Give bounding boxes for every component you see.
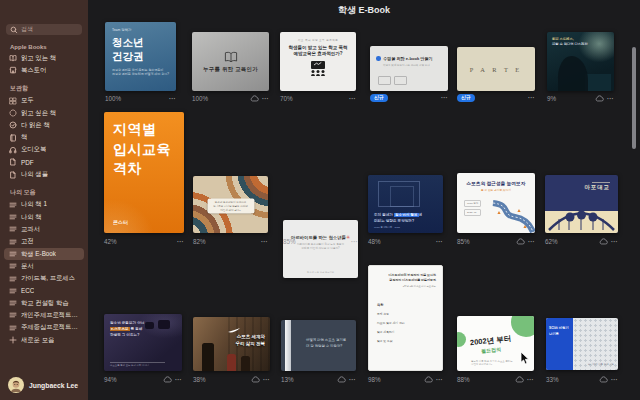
sidebar-item-collection-8[interactable]: 학교 컨설팅 학습 xyxy=(4,297,84,309)
cloud-download-icon[interactable] xyxy=(599,376,608,383)
sidebar-item-my-samples[interactable]: 나의 샘플 xyxy=(4,168,84,180)
cover-publisher: 콘스터 xyxy=(113,219,128,225)
sidebar-item-books[interactable]: 책 xyxy=(4,131,84,143)
book-cover[interactable]: P A R T E xyxy=(457,47,535,91)
sidebar-item-all[interactable]: 모두 xyxy=(4,95,84,107)
sidebar-item-reading-now[interactable]: 읽고 있는 책 xyxy=(4,52,84,64)
progress-label: 9% xyxy=(547,95,556,102)
swoosh-logo-icon xyxy=(228,328,240,333)
more-options-button[interactable]: ••• xyxy=(261,240,268,244)
book-cover[interactable]: SCI와 비행기 난기류 난기류와 비행 안전 기술 xyxy=(546,318,618,370)
cloud-download-icon[interactable] xyxy=(516,238,525,245)
cover-title: 어떻게 하면 스포츠 경기를 더 잘 전달할 수 있을까? xyxy=(306,337,346,349)
book-cover[interactable]: 우리 동네가 청소년의 행복에 미치는 영향은 무엇일까? Team 동네한바퀴… xyxy=(368,175,443,233)
more-options-button[interactable]: ••• xyxy=(175,378,182,382)
sidebar-item-collection-3[interactable]: 고전 xyxy=(4,236,84,248)
sidebar-item-label: 책 xyxy=(21,133,27,142)
progress-label: 98% xyxy=(368,376,381,383)
cover-title-box: 청소년 청소년들이 안전하고 슬기로운 디지털 생활을 하려면 어떻게 해야 할… xyxy=(207,199,254,214)
cloud-download-icon[interactable] xyxy=(515,376,524,383)
sidebar-item-collection-2[interactable]: 교과서 xyxy=(4,223,84,235)
list-icon xyxy=(9,213,17,221)
book-cover[interactable]: 어떻게 하면 스포츠 경기를 더 잘 전달할 수 있을까? xyxy=(281,320,356,371)
more-options-button[interactable]: ••• xyxy=(262,97,269,101)
book-cover[interactable]: 학교 폭력 예방 교육 프로젝트 학생들이 받고 있는 학교 폭력 예방교육은 … xyxy=(280,32,356,91)
search-input[interactable]: 검색 xyxy=(6,24,82,35)
cover-title: 예방교육은 효과적인가? xyxy=(294,51,343,57)
progress-label: 82% xyxy=(193,238,206,245)
title-text: 우리 동네가 xyxy=(374,213,394,217)
cloud-download-icon[interactable] xyxy=(599,238,608,245)
book-cover[interactable]: 수업을 위한 e-book 만들기 학생과 함께 만들어 가는 전자책 수업 안… xyxy=(370,46,448,91)
headphones-icon xyxy=(9,146,17,154)
cloud-download-icon[interactable] xyxy=(163,376,172,383)
sidebar-item-finished[interactable]: 다 읽은 책 xyxy=(4,119,84,131)
highlighted-text: 청소년의 행복 xyxy=(394,213,419,217)
profile-button[interactable]: Jungbaeck Lee xyxy=(8,377,78,393)
book-cover[interactable]: 디스토피아의 부정적인 인물 묘사와 긍정적인 디스토피아를 만들어보자 2학년… xyxy=(368,265,443,371)
sidebar-item-collection-1[interactable]: 나의 책 xyxy=(4,211,84,223)
more-options-button[interactable]: ••• xyxy=(351,240,358,244)
book-caption: 70% ••• xyxy=(280,94,356,103)
cloud-download-icon[interactable] xyxy=(250,95,259,102)
book-cover[interactable]: Team 정책가 청소년 건강권 건강할 권리를 찾지 못하는 청소년들이 건강… xyxy=(105,22,176,91)
book-cover[interactable]: 청소년 운동부가 아닌 e-스포츠부 를 통해 학생들 그 이유는? 스포츠를 … xyxy=(104,314,182,371)
sidebar-item-audiobooks[interactable]: 오디오북 xyxy=(4,144,84,156)
scrollbar-thumb[interactable] xyxy=(632,47,636,149)
more-options-button[interactable]: ••• xyxy=(611,378,618,382)
more-options-button[interactable]: ••• xyxy=(169,97,176,101)
cloud-download-icon[interactable] xyxy=(337,376,346,383)
sidebar-item-new-collection[interactable]: 새로운 모음 xyxy=(4,334,84,346)
team-box: Team 붐업 xyxy=(464,200,481,207)
book-caption: 42% ••• xyxy=(104,237,184,246)
more-options-button[interactable]: ••• xyxy=(436,378,443,382)
more-options-button[interactable]: ••• xyxy=(263,378,270,382)
cloud-download-icon[interactable] xyxy=(424,376,433,383)
person-silhouette xyxy=(227,354,236,371)
cover-title: 수업을 위한 e-book 만들기 xyxy=(383,56,433,61)
sidebar-item-label: 학교 컨설팅 학습 xyxy=(21,299,69,308)
sidebar-item-label: 다 읽은 책 xyxy=(21,121,50,130)
sidebar-item-book-store[interactable]: 북스토어 xyxy=(4,64,84,76)
sidebar-item-pdf[interactable]: PDF xyxy=(4,156,84,168)
cover-subtitle: 볼 수 있는 권리를 찾아서 xyxy=(457,188,535,192)
more-options-button[interactable]: ••• xyxy=(177,240,184,244)
sidebar-item-collection-9[interactable]: 개인주제프로젝트 e-book xyxy=(4,309,84,321)
progress-label: 88% xyxy=(457,376,470,383)
sidebar-item-collection-6[interactable]: 가이드북, 프로세스 xyxy=(4,272,84,284)
cloud-download-icon[interactable] xyxy=(251,376,260,383)
book-cover[interactable]: 지역별 입시교육 격차 콘스터 xyxy=(104,112,184,233)
sidebar-item-collection-10[interactable]: 주제중심프로젝트 e-book xyxy=(4,322,84,334)
more-options-button[interactable]: ••• xyxy=(611,240,618,244)
more-options-button[interactable]: ••• xyxy=(349,378,356,382)
more-options-button[interactable]: ••• xyxy=(436,240,443,244)
cover-title: 어떻게 해야 할까? xyxy=(220,209,240,212)
book-cover[interactable]: 스포츠의 접근성을 높여보자 볼 수 있는 권리를 찾아서 Team 붐업 20… xyxy=(457,173,535,233)
sidebar-item-collection-7[interactable]: ECC xyxy=(4,285,84,297)
title-text: 를 통해 xyxy=(130,327,143,331)
more-options-button[interactable]: ••• xyxy=(528,96,535,100)
list-icon xyxy=(9,324,17,332)
more-options-button[interactable]: ••• xyxy=(441,96,448,100)
cover-footer: 청소년 노동 인권 프로젝트 xyxy=(283,271,358,274)
book-cover[interactable]: 누구를 위한 교육인가 xyxy=(192,32,269,91)
more-options-button[interactable]: ••• xyxy=(349,97,356,101)
sidebar-item-collection-0[interactable]: 나의 책 1 xyxy=(4,199,84,211)
book-cover[interactable]: 아르바이트를 하는 청소년들✳ 아르바이트 청소년들이 처한 노동 환경과 문제… xyxy=(283,220,358,278)
more-options-button[interactable]: ••• xyxy=(528,240,535,244)
sidebar-item-collection-5[interactable]: 문서 xyxy=(4,260,84,272)
more-options-button[interactable]: ••• xyxy=(607,97,614,101)
book-cover[interactable]: 스포츠 세계와 우리 삶의 전복 xyxy=(193,317,270,371)
book-cover[interactable]: 회피 스트레스, 피할 수 없다면 다스려라 xyxy=(547,32,614,91)
book-cover[interactable]: 청소년 청소년들이 안전하고 슬기로운 디지털 생활을 하려면 어떻게 해야 할… xyxy=(193,176,268,233)
sidebar-item-want-to-read[interactable]: 읽고 싶은 책 xyxy=(4,107,84,119)
sidebar-item-label: 교과서 xyxy=(21,225,40,234)
sidebar-item-collection-student-ebook[interactable]: 학생 E-Book xyxy=(4,248,84,260)
cloud-download-icon[interactable] xyxy=(595,95,604,102)
winding-road-art xyxy=(489,199,535,233)
cover-kicker: 학교 폭력 예방 교육 프로젝트 xyxy=(298,38,338,42)
cover-subtitle: 학생과 함께 만들어 가는 전자책 수업 안내 xyxy=(383,64,442,67)
book-cover[interactable]: 마포대교 xyxy=(545,175,618,233)
search-icon xyxy=(10,26,18,34)
more-options-button[interactable]: ••• xyxy=(527,378,534,382)
